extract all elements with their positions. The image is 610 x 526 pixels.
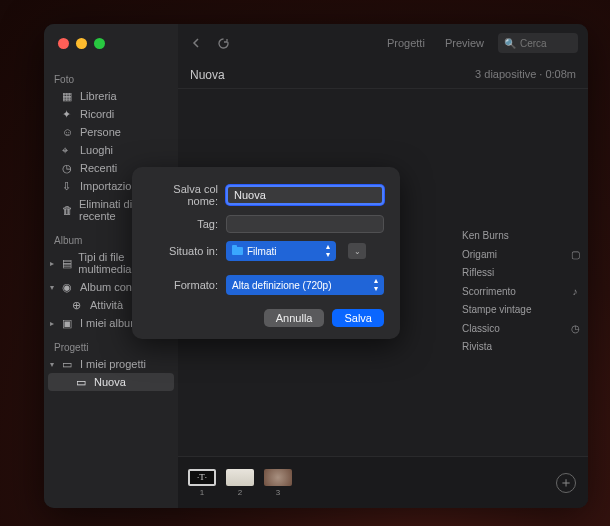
tag-input[interactable] (226, 215, 384, 233)
expand-location-button[interactable]: ⌄ (348, 243, 366, 259)
cancel-button[interactable]: Annulla (264, 309, 325, 327)
format-select[interactable]: Alta definizione (720p) ▴▾ (226, 275, 384, 295)
name-input[interactable] (226, 185, 384, 205)
format-label: Formato: (148, 279, 218, 291)
save-button[interactable]: Salva (332, 309, 384, 327)
tag-label: Tag: (148, 218, 218, 230)
folder-icon (232, 247, 243, 255)
save-sheet: Salva col nome: Tag: Situato in: Filmati… (132, 167, 400, 339)
location-select[interactable]: Filmati ▴▾ (226, 241, 336, 261)
name-label: Salva col nome: (148, 183, 218, 207)
chevron-updown-icon: ▴▾ (326, 243, 330, 259)
chevron-updown-icon: ▴▾ (374, 277, 378, 293)
location-label: Situato in: (148, 245, 218, 257)
